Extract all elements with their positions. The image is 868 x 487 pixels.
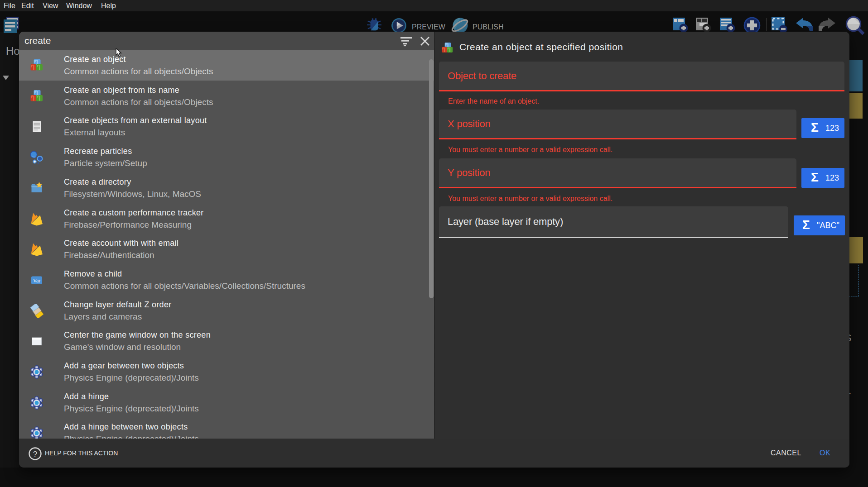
svg-text:?: ?	[33, 450, 37, 458]
